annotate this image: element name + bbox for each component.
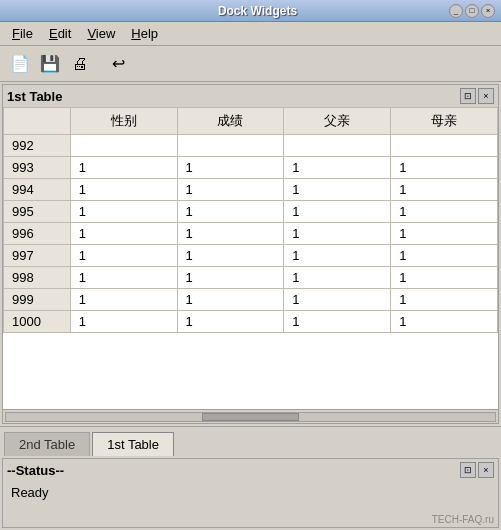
scroll-thumb[interactable] — [202, 413, 300, 421]
data-cell: 1 — [70, 289, 177, 311]
data-table: 性别 成绩 父亲 母亲 9929931111994111199511119961… — [3, 107, 498, 333]
status-header: --Status-- ⊡ × — [3, 459, 498, 481]
print-icon: 🖨 — [72, 55, 88, 73]
print-button[interactable]: 🖨 — [66, 50, 94, 78]
undo-icon: ↩ — [112, 54, 125, 73]
table-section-header: 1st Table ⊡ × — [3, 85, 498, 107]
status-controls: ⊡ × — [460, 462, 494, 478]
data-cell — [284, 135, 391, 157]
new-icon: 📄 — [10, 54, 30, 73]
tab-2nd-table[interactable]: 2nd Table — [4, 432, 90, 456]
menu-help[interactable]: Help — [123, 24, 166, 43]
float-button[interactable]: ⊡ — [460, 88, 476, 104]
data-cell: 1 — [177, 179, 284, 201]
data-cell: 1 — [391, 267, 498, 289]
menu-bar: File Edit View Help — [0, 22, 501, 46]
status-section: --Status-- ⊡ × Ready TECH-FAQ.ru — [2, 458, 499, 528]
data-cell: 1 — [284, 245, 391, 267]
menu-edit[interactable]: Edit — [41, 24, 79, 43]
data-cell: 1 — [284, 267, 391, 289]
table-row: 9961111 — [4, 223, 498, 245]
data-cell: 1 — [284, 223, 391, 245]
table-wrapper[interactable]: 性别 成绩 父亲 母亲 9929931111994111199511119961… — [3, 107, 498, 409]
col-header-father: 父亲 — [284, 108, 391, 135]
window-title: Dock Widgets — [66, 4, 449, 18]
status-float-button[interactable]: ⊡ — [460, 462, 476, 478]
col-header-mother: 母亲 — [391, 108, 498, 135]
scroll-track[interactable] — [5, 412, 496, 422]
toolbar-separator — [96, 50, 102, 78]
col-header-gender: 性别 — [70, 108, 177, 135]
data-cell: 1 — [391, 289, 498, 311]
toolbar: 📄 💾 🖨 ↩ — [0, 46, 501, 82]
data-cell — [70, 135, 177, 157]
status-footer: TECH-FAQ.ru — [3, 512, 498, 527]
maximize-button[interactable]: □ — [465, 4, 479, 18]
row-number-cell: 1000 — [4, 311, 71, 333]
data-cell: 1 — [177, 311, 284, 333]
table-row: 9981111 — [4, 267, 498, 289]
close-button[interactable]: × — [481, 4, 495, 18]
first-table-section: 1st Table ⊡ × 性别 成绩 父亲 母亲 99299311 — [2, 84, 499, 424]
data-cell: 1 — [70, 179, 177, 201]
data-cell: 1 — [177, 201, 284, 223]
title-bar: Dock Widgets _ □ × — [0, 0, 501, 22]
data-cell: 1 — [284, 289, 391, 311]
row-number-cell: 994 — [4, 179, 71, 201]
table-row: 9991111 — [4, 289, 498, 311]
col-header-score: 成绩 — [177, 108, 284, 135]
new-button[interactable]: 📄 — [6, 50, 34, 78]
save-icon: 💾 — [40, 54, 60, 73]
table-row: 9931111 — [4, 157, 498, 179]
status-content: Ready — [3, 481, 498, 512]
data-cell: 1 — [70, 223, 177, 245]
data-cell — [177, 135, 284, 157]
table-section-title: 1st Table — [7, 89, 62, 104]
data-cell: 1 — [391, 179, 498, 201]
table-row: 9941111 — [4, 179, 498, 201]
menu-file[interactable]: File — [4, 24, 41, 43]
data-cell — [391, 135, 498, 157]
status-close-button[interactable]: × — [478, 462, 494, 478]
data-cell: 1 — [70, 201, 177, 223]
data-cell: 1 — [391, 245, 498, 267]
row-number-cell: 997 — [4, 245, 71, 267]
save-button[interactable]: 💾 — [36, 50, 64, 78]
data-cell: 1 — [391, 223, 498, 245]
data-cell: 1 — [70, 245, 177, 267]
menu-view[interactable]: View — [79, 24, 123, 43]
main-area: 1st Table ⊡ × 性别 成绩 父亲 母亲 99299311 — [0, 82, 501, 530]
table-row: 10001111 — [4, 311, 498, 333]
status-title: --Status-- — [7, 463, 64, 478]
row-number-cell: 993 — [4, 157, 71, 179]
minimize-button[interactable]: _ — [449, 4, 463, 18]
tab-1st-table[interactable]: 1st Table — [92, 432, 174, 456]
data-cell: 1 — [177, 157, 284, 179]
horizontal-scrollbar[interactable] — [3, 409, 498, 423]
table-row: 992 — [4, 135, 498, 157]
row-number-cell: 999 — [4, 289, 71, 311]
row-number-cell: 995 — [4, 201, 71, 223]
data-cell: 1 — [70, 267, 177, 289]
table-row: 9971111 — [4, 245, 498, 267]
data-cell: 1 — [177, 267, 284, 289]
table-row: 9951111 — [4, 201, 498, 223]
undo-button[interactable]: ↩ — [104, 50, 132, 78]
data-cell: 1 — [177, 223, 284, 245]
status-text: Ready — [11, 485, 49, 500]
data-cell: 1 — [391, 201, 498, 223]
data-cell: 1 — [177, 289, 284, 311]
row-number-cell: 992 — [4, 135, 71, 157]
data-cell: 1 — [70, 157, 177, 179]
data-cell: 1 — [284, 179, 391, 201]
col-header-index — [4, 108, 71, 135]
data-cell: 1 — [70, 311, 177, 333]
data-cell: 1 — [284, 157, 391, 179]
close-section-button[interactable]: × — [478, 88, 494, 104]
data-cell: 1 — [177, 245, 284, 267]
data-cell: 1 — [284, 311, 391, 333]
data-cell: 1 — [284, 201, 391, 223]
section-controls: ⊡ × — [460, 88, 494, 104]
row-number-cell: 998 — [4, 267, 71, 289]
footer-text: TECH-FAQ.ru — [432, 514, 494, 525]
